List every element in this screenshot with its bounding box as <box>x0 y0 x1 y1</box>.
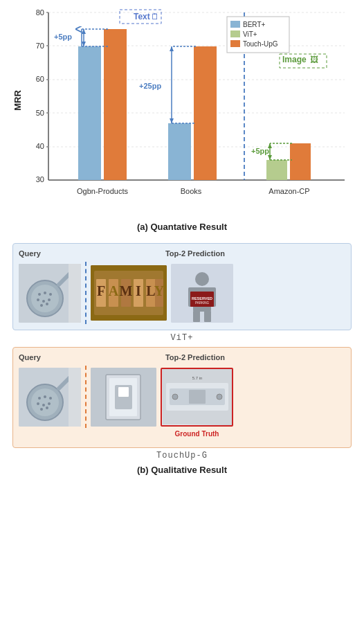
vit-top2-label: Top-2 Prediction <box>45 249 345 258</box>
caption-a: (a) Quantative Result <box>137 222 227 232</box>
svg-point-52 <box>31 285 59 312</box>
vit-pred2-image: RESERVED PARKING <box>171 264 233 323</box>
svg-text:60: 60 <box>36 75 44 83</box>
image-annotation: Image <box>282 55 307 64</box>
svg-point-90 <box>38 397 41 400</box>
svg-text:80: 80 <box>36 8 44 17</box>
svg-text:F: F <box>97 283 105 298</box>
svg-rect-104 <box>118 387 129 397</box>
svg-text:50: 50 <box>36 109 44 117</box>
svg-marker-28 <box>170 46 174 51</box>
x-label-books: Books <box>181 187 202 195</box>
svg-text:+5pp: +5pp <box>251 147 269 155</box>
svg-text:I: I <box>136 283 141 298</box>
svg-point-92 <box>49 397 52 400</box>
svg-rect-99 <box>69 368 81 427</box>
svg-point-78 <box>195 272 209 286</box>
svg-text:BERT+: BERT+ <box>243 21 265 28</box>
svg-point-57 <box>42 300 45 303</box>
svg-rect-110 <box>189 390 206 404</box>
qualitative-section: Query Top-2 Prediction <box>12 243 352 475</box>
bar-books-bert <box>168 123 191 180</box>
bar-books-touch <box>194 46 217 180</box>
svg-text:5.7 in: 5.7 in <box>192 376 202 380</box>
svg-rect-62 <box>69 264 81 323</box>
svg-text:MRR: MRR <box>12 90 23 111</box>
svg-rect-40 <box>230 21 240 28</box>
svg-rect-42 <box>230 30 240 37</box>
svg-marker-25 <box>82 29 86 34</box>
svg-text:Y: Y <box>154 283 165 298</box>
ground-truth-label: Ground Truth <box>175 430 219 438</box>
chart-section: 80 70 60 50 40 30 MRR +5pp <box>12 7 352 222</box>
bar-ogbn-touch <box>104 29 127 180</box>
svg-rect-44 <box>230 40 240 47</box>
svg-point-55 <box>49 293 52 296</box>
x-label-amazon: Amazon-CP <box>269 187 309 195</box>
svg-text:RESERVED: RESERVED <box>192 296 212 301</box>
svg-point-91 <box>44 395 46 398</box>
vit-divider <box>85 262 87 324</box>
touchupg-divider <box>85 366 87 428</box>
svg-point-59 <box>40 304 43 307</box>
svg-point-56 <box>37 298 39 301</box>
touchupg-panel: Query Top-2 Prediction <box>12 347 352 448</box>
svg-text:🖼: 🖼 <box>310 55 318 64</box>
touchupg-query-image <box>19 368 81 427</box>
svg-point-54 <box>44 292 46 294</box>
svg-text:ViT+: ViT+ <box>243 30 257 38</box>
svg-point-93 <box>37 402 39 405</box>
bar-ogbn-bert <box>78 46 101 180</box>
svg-text:30: 30 <box>36 175 44 184</box>
svg-text:+5pp: +5pp <box>54 33 72 41</box>
svg-text:40: 40 <box>36 142 44 150</box>
svg-marker-34 <box>268 155 272 160</box>
svg-text:70: 70 <box>36 42 44 50</box>
svg-text:A: A <box>109 283 119 298</box>
touchupg-top2-label: Top-2 Prediction <box>45 353 345 361</box>
x-label-ogbn: Ogbn-Products <box>77 187 128 195</box>
svg-text:+25pp: +25pp <box>139 82 161 90</box>
vit-pred1-image: F A M I L Y <box>91 265 167 321</box>
caption-b: (b) Qualitative Result <box>12 465 352 475</box>
svg-point-58 <box>48 298 51 301</box>
touchupg-pred2-wrapper: 5.7 in Ground Truth <box>161 368 233 427</box>
svg-text:M: M <box>120 283 133 298</box>
bar-chart: 80 70 60 50 40 30 MRR +5pp <box>12 7 352 222</box>
svg-rect-83 <box>204 311 211 322</box>
svg-point-89 <box>31 388 59 416</box>
svg-text:Touch-UpG: Touch-UpG <box>243 40 278 48</box>
touchupg-panel-name: TouchUp-G <box>12 451 352 460</box>
svg-point-94 <box>42 404 45 406</box>
svg-rect-82 <box>193 311 200 322</box>
svg-marker-27 <box>170 118 174 123</box>
svg-point-95 <box>48 402 51 405</box>
svg-text:🗒: 🗒 <box>151 12 159 21</box>
text-annotation: Text <box>134 12 150 21</box>
touchupg-query-label: Query <box>19 353 41 361</box>
vit-query-image <box>19 264 81 323</box>
svg-text:PARKING: PARKING <box>195 301 209 305</box>
svg-point-60 <box>46 303 48 305</box>
bar-amazon-touch <box>290 143 311 180</box>
vit-panel: Query Top-2 Prediction <box>12 243 352 330</box>
touchupg-pred1-image <box>91 368 156 427</box>
touchupg-pred2-image: 5.7 in <box>161 368 233 427</box>
svg-point-96 <box>40 408 43 411</box>
bar-amazon-vit <box>266 160 287 180</box>
svg-point-108 <box>172 394 178 400</box>
vit-panel-name: ViT+ <box>12 333 352 343</box>
svg-point-53 <box>38 293 41 296</box>
svg-point-109 <box>217 394 222 400</box>
svg-point-97 <box>46 406 48 409</box>
vit-query-label: Query <box>19 249 41 258</box>
